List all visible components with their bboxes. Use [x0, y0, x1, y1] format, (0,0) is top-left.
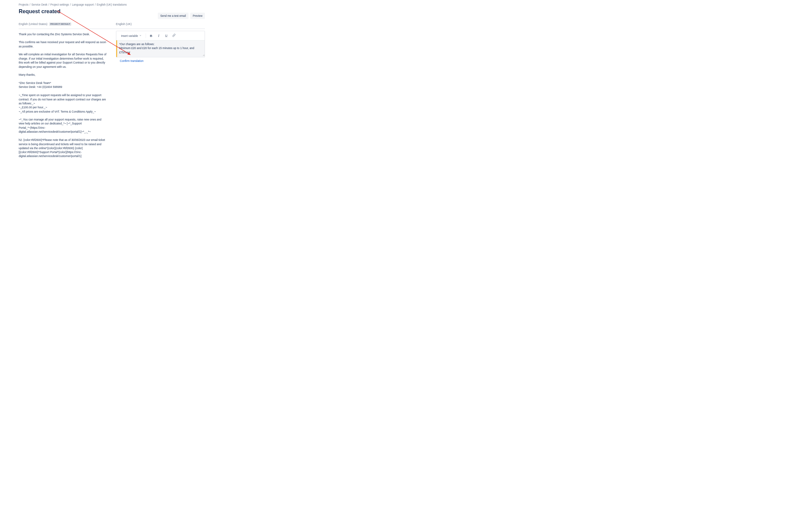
italic-icon: I — [158, 34, 159, 38]
breadcrumb-separator: / — [95, 3, 95, 6]
link-button[interactable] — [170, 33, 177, 39]
breadcrumb-link-projects[interactable]: Projects — [19, 3, 29, 6]
breadcrumb-link-english-uk-translations[interactable]: English (UK) translations — [97, 3, 127, 6]
bold-button[interactable]: B — [148, 33, 155, 39]
confirm-translation-link[interactable]: Confirm translation — [120, 59, 144, 62]
italic-button[interactable]: I — [155, 33, 162, 39]
target-language-header: English (UK) — [116, 22, 205, 28]
insert-variable-button[interactable]: Insert variable — [120, 33, 143, 38]
breadcrumb-separator: / — [30, 3, 30, 6]
editor-toolbar: Insert variable B I — [116, 31, 205, 40]
underline-icon: U — [165, 34, 167, 38]
bold-icon: B — [150, 34, 152, 38]
breadcrumb-separator: / — [70, 3, 71, 6]
link-icon — [172, 34, 176, 38]
target-editor-column: Insert variable B I — [116, 29, 205, 158]
page-actions: Send me a test email Preview — [158, 13, 205, 19]
translation-editor: Insert variable B I — [116, 31, 205, 58]
breadcrumb-link-language-support[interactable]: Language support — [72, 3, 94, 6]
breadcrumb-link-project-settings[interactable]: Project settings — [50, 3, 69, 6]
breadcrumb-link-service-desk[interactable]: Service Desk — [31, 3, 48, 6]
insert-variable-label: Insert variable — [121, 34, 138, 37]
source-language-label: English (United States) — [19, 22, 48, 26]
project-default-badge: PROJECT DEFAULT — [49, 22, 71, 26]
chevron-down-icon — [139, 34, 142, 37]
source-body-text: Thank you for contacting the Zinc System… — [19, 29, 108, 158]
editor-text-area-wrap — [116, 40, 205, 57]
toolbar-divider — [146, 33, 146, 38]
target-language-label: English (UK) — [116, 22, 132, 26]
send-test-email-button[interactable]: Send me a test email — [158, 13, 188, 19]
translation-textarea[interactable] — [117, 40, 205, 56]
breadcrumb-separator: / — [49, 3, 49, 6]
underline-button[interactable]: U — [163, 33, 170, 39]
preview-button[interactable]: Preview — [190, 13, 205, 19]
source-language-header: English (United States) PROJECT DEFAULT — [19, 22, 108, 28]
breadcrumb: Projects / Service Desk / Project settin… — [19, 3, 205, 6]
